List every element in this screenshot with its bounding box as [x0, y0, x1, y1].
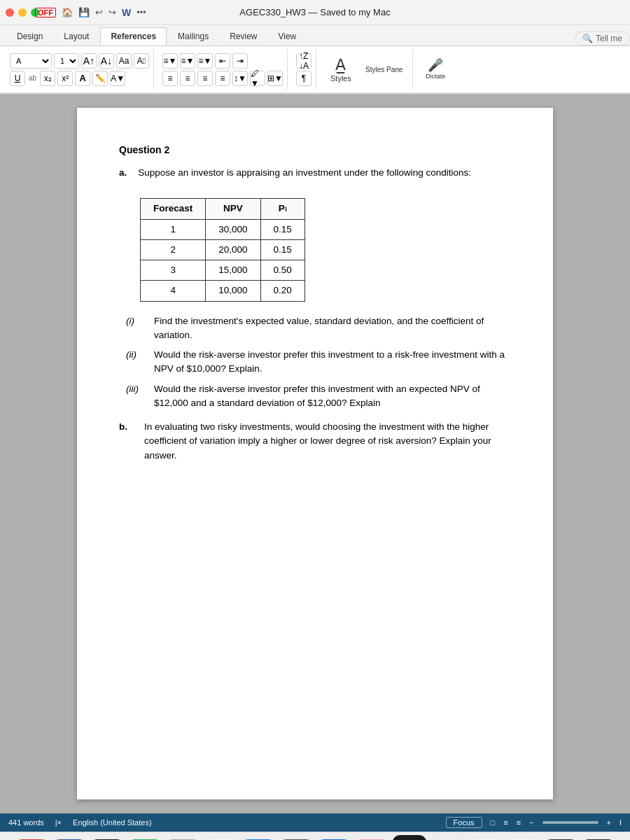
minimize-button[interactable] [18, 8, 27, 17]
align-right-button[interactable]: ≡ [197, 71, 213, 86]
dictate-button[interactable]: 🎤 Dictate [421, 57, 449, 81]
font-color-button[interactable]: A [75, 71, 90, 86]
align-icon: ≡ [517, 818, 521, 827]
pi-1: 0.15 [260, 219, 304, 239]
ribbon-bar: A 14 A↑ A↓ Aa A⃝ U ab x₂ x² A ✏️ A▼ [0, 46, 630, 94]
language: English (United States) [73, 818, 152, 827]
sub-label-iii: (iii) [126, 382, 147, 411]
styles-button[interactable]: A̲ Styles [325, 53, 357, 85]
part-b: b. In evaluating two risky investments, … [119, 420, 511, 463]
sub-text-ii: Would the risk-averse investor prefer th… [154, 348, 511, 377]
tab-references[interactable]: References [100, 27, 167, 46]
tab-design[interactable]: Design [7, 27, 52, 46]
page-icon: □ [491, 818, 496, 827]
forecast-1: 1 [141, 219, 206, 239]
numbered-list-button[interactable]: ≡▼ [180, 53, 195, 69]
multilevel-list-button[interactable]: ≡▼ [197, 53, 213, 69]
decrease-indent-button[interactable]: ⇤ [215, 53, 230, 69]
redo-icon[interactable]: ↪ [108, 7, 116, 18]
font-name-select[interactable]: A [10, 53, 52, 69]
search-icon: 🔍 [582, 34, 593, 43]
table-header-pi: Pᵢ [260, 199, 304, 219]
npv-table: Forecast NPV Pᵢ 1 30,000 0.15 2 20,000 0… [140, 198, 305, 301]
tell-me-input[interactable]: 🔍 Tell me [575, 31, 630, 46]
track-icon: ≡ [503, 818, 507, 827]
line-spacing-button[interactable]: ↕▼ [232, 71, 248, 86]
tell-me-label: Tell me [596, 34, 622, 43]
title-bar: OFF 🏠 💾 ↩ ↪ W ••• AGEC330_HW3 — Saved to… [0, 0, 630, 25]
tab-view[interactable]: View [268, 27, 306, 46]
npv-3: 15,000 [206, 260, 260, 281]
npv-1: 30,000 [206, 219, 260, 239]
sub-text-i: Find the investment's expected value, st… [154, 314, 511, 343]
question-a-text: Suppose an investor is appraising an inv… [138, 166, 471, 180]
cursor-icon: |× [55, 818, 62, 827]
font-shrink-button[interactable]: A↓ [99, 53, 114, 69]
table-row: 4 10,000 0.20 [141, 281, 305, 301]
dock-appletv: 📺 atv [393, 835, 426, 840]
font-size-select[interactable]: 14 [54, 53, 79, 69]
font-grow-button[interactable]: A↑ [81, 53, 97, 69]
styles-pane-button[interactable]: Styles Pane [360, 63, 408, 76]
zoom-minus[interactable]: − [529, 818, 533, 827]
sub-label-ii: (ii) [126, 348, 147, 377]
document-area: Question 2 a. Suppose an investor is app… [0, 94, 630, 813]
dock-appletv-icon[interactable]: 📺 [393, 835, 426, 840]
focus-button[interactable]: Focus [446, 817, 482, 828]
window-controls [6, 8, 39, 17]
styles-group: A̲ Styles Styles Pane [321, 49, 413, 90]
tab-mailings[interactable]: Mailings [168, 27, 218, 46]
strikethrough-label: ab [29, 74, 36, 82]
document-page: Question 2 a. Suppose an investor is app… [77, 108, 553, 799]
increase-indent-button[interactable]: ⇥ [232, 53, 248, 69]
styles-pane-label: Styles Pane [365, 66, 402, 74]
aa-button[interactable]: Aa [116, 53, 132, 69]
superscript-button[interactable]: x² [57, 71, 73, 86]
tab-layout[interactable]: Layout [54, 27, 99, 46]
home-icon[interactable]: 🏠 [62, 7, 73, 18]
text-color-button[interactable]: A▼ [110, 71, 125, 86]
styles-icon: A̲ [335, 56, 346, 74]
sub-item-ii: (ii) Would the risk-averse investor pref… [126, 348, 511, 377]
sub-label-i: (i) [126, 314, 147, 343]
cursor-blink: I [620, 818, 622, 827]
clear-format-button[interactable]: A⃝ [134, 53, 149, 69]
npv-4: 10,000 [206, 281, 260, 301]
show-marks-button[interactable]: ¶ [296, 71, 312, 86]
align-center-button[interactable]: ≡ [180, 71, 195, 86]
part-b-text: In evaluating two risky investments, wou… [144, 420, 511, 463]
underline-button[interactable]: U [10, 71, 25, 86]
highlight-button[interactable]: ✏️ [92, 71, 108, 86]
subscript-button[interactable]: x₂ [40, 71, 55, 86]
microphone-icon: 🎤 [428, 59, 443, 71]
forecast-3: 3 [141, 260, 206, 281]
part-b-label: b. [119, 420, 133, 463]
more-icon[interactable]: ••• [136, 7, 146, 18]
styles-label: Styles [330, 74, 351, 83]
sort-button[interactable]: ↑Z↓A [296, 53, 312, 69]
borders-button[interactable]: ⊞▼ [267, 71, 283, 86]
shading-button[interactable]: 🖊▼ [250, 71, 265, 86]
close-button[interactable] [6, 8, 14, 17]
ribbon-tabs: Design Layout References Mailings Review… [0, 25, 630, 46]
align-left-button[interactable]: ≡ [162, 71, 178, 86]
zoom-plus[interactable]: + [607, 818, 611, 827]
justify-button[interactable]: ≡ [215, 71, 230, 86]
status-bar: 441 words |× English (United States) Foc… [0, 813, 630, 832]
bullet-list-button[interactable]: ≡▼ [162, 53, 178, 69]
dictate-group: 🎤 Dictate [417, 49, 454, 90]
word-count: 441 words [8, 818, 44, 827]
question-a-label: a. [119, 166, 127, 191]
undo-icon[interactable]: ↩ [95, 7, 103, 18]
title-bar-icons: OFF 🏠 💾 ↩ ↪ W ••• [35, 7, 146, 18]
pi-2: 0.15 [260, 239, 304, 260]
dictate-label: Dictate [426, 73, 445, 80]
zoom-slider[interactable] [542, 821, 598, 824]
list-buttons-row: ≡▼ ≡▼ ≡▼ ⇤ ⇥ [162, 53, 283, 69]
question-heading: Question 2 [119, 143, 511, 158]
paragraph-group: ≡▼ ≡▼ ≡▼ ⇤ ⇥ ≡ ≡ ≡ ≡ ↕▼ 🖊▼ ⊞▼ [158, 49, 288, 90]
save-icon[interactable]: 💾 [78, 7, 90, 18]
word-icon: W [122, 7, 131, 18]
tab-review[interactable]: Review [220, 27, 267, 46]
sort-group: ↑Z↓A ¶ [292, 49, 316, 90]
